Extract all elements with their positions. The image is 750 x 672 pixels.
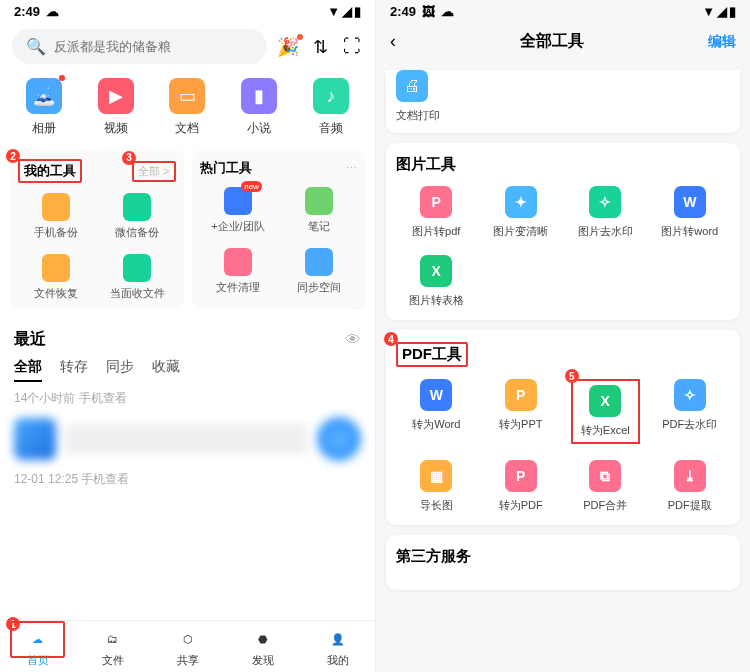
tool-icon xyxy=(224,248,252,276)
tool-label: 导长图 xyxy=(420,498,453,513)
discover-icon: ⬣ xyxy=(251,627,275,651)
category-video[interactable]: ▶ 视频 xyxy=(80,78,152,137)
tool-icon: ✧ xyxy=(589,186,621,218)
recent-meta-2: 12-01 12:25 手机查看 xyxy=(0,471,375,488)
category-label: 小说 xyxy=(247,120,271,137)
category-novel[interactable]: ▮ 小说 xyxy=(223,78,295,137)
bottom-nav: 1 ☁ 首页 🗂 文件 ⬡ 共享 ⬣ 发现 👤 我的 xyxy=(0,620,375,672)
tool-item[interactable]: 微信备份 xyxy=(99,193,176,240)
tool-label: 当面收文件 xyxy=(110,286,165,301)
tool-icon: X xyxy=(589,385,621,417)
transfer-icon[interactable]: ⇅ xyxy=(309,36,331,58)
doc-icon: ▭ xyxy=(169,78,205,114)
image-icon: 🖼 xyxy=(422,4,435,19)
tool-item[interactable]: new +企业/团队 xyxy=(200,187,277,234)
tab-收藏[interactable]: 收藏 xyxy=(152,358,180,382)
tool-label: PDF去水印 xyxy=(662,417,717,432)
nav-home[interactable]: 1 ☁ 首页 xyxy=(0,621,75,672)
tool-item[interactable]: ⤓ PDF提取 xyxy=(650,460,731,513)
category-label: 视频 xyxy=(104,120,128,137)
tool-icon: P xyxy=(420,186,452,218)
tool-item[interactable]: 手机备份 xyxy=(18,193,95,240)
signal-icon: ◢ xyxy=(342,4,352,19)
tool-item[interactable]: 笔记 xyxy=(280,187,357,234)
tool-item[interactable]: 5 X 转为Excel xyxy=(565,379,646,444)
edit-button[interactable]: 编辑 xyxy=(708,33,736,51)
category-doc[interactable]: ▭ 文档 xyxy=(152,78,224,137)
tool-item[interactable]: W 转为Word xyxy=(396,379,477,444)
nav-label: 发现 xyxy=(252,653,274,668)
tool-label: 图片变清晰 xyxy=(493,224,548,239)
recent-tabs: 全部转存同步收藏 xyxy=(0,358,375,390)
tool-item[interactable]: 当面收文件 xyxy=(99,254,176,301)
tool-item[interactable]: ✦ 图片变清晰 xyxy=(481,186,562,239)
tab-同步[interactable]: 同步 xyxy=(106,358,134,382)
tool-icon xyxy=(123,193,151,221)
nav-me[interactable]: 👤 我的 xyxy=(300,621,375,672)
category-photo[interactable]: 🗻 相册 xyxy=(8,78,80,137)
tab-全部[interactable]: 全部 xyxy=(14,358,42,382)
category-label: 音频 xyxy=(319,120,343,137)
category-audio[interactable]: ♪ 音频 xyxy=(295,78,367,137)
share-icon: ⬡ xyxy=(176,627,200,651)
tools-cards: 2 我的工具 3 全部 > 手机备份 微信备份 文件恢复 xyxy=(0,149,375,311)
tool-label: 图片去水印 xyxy=(578,224,633,239)
tool-icon: ⧉ xyxy=(589,460,621,492)
battery-icon: ▮ xyxy=(354,4,361,19)
tool-icon: ▦ xyxy=(420,460,452,492)
cloud-icon: ☁ xyxy=(46,4,59,19)
my-tools-more[interactable]: 全部 > xyxy=(132,161,175,182)
section-title: 4PDF工具 xyxy=(396,342,730,367)
nav-discover[interactable]: ⬣ 发现 xyxy=(225,621,300,672)
tool-item[interactable]: P 转为PDF xyxy=(481,460,562,513)
recent-item-blurred[interactable] xyxy=(0,407,375,471)
tool-item[interactable]: 同步空间 xyxy=(280,248,357,295)
tool-label: 转为Word xyxy=(412,417,460,432)
tool-icon: P xyxy=(505,379,537,411)
search-input[interactable] xyxy=(54,39,253,54)
nav-file[interactable]: 🗂 文件 xyxy=(75,621,150,672)
screen-all-tools: 2:49 🖼 ☁ ▼ ◢ ▮ ‹ 全部工具 编辑 🖨 文档打印 图片工具 P 图… xyxy=(375,0,750,672)
battery-icon: ▮ xyxy=(729,4,736,19)
doc-print-label: 文档打印 xyxy=(396,108,440,123)
tool-item[interactable]: P 转为PPT xyxy=(481,379,562,444)
tool-label: 图片转word xyxy=(661,224,718,239)
tool-label: 文件清理 xyxy=(216,280,260,295)
file-icon: 🗂 xyxy=(101,627,125,651)
video-icon: ▶ xyxy=(98,78,134,114)
tool-label: 笔记 xyxy=(308,219,330,234)
hot-tools-grid: new +企业/团队 笔记 文件清理 同步空间 xyxy=(200,187,358,295)
tool-label: PDF提取 xyxy=(668,498,712,513)
tool-item[interactable]: ✧ 图片去水印 xyxy=(565,186,646,239)
print-icon: 🖨 xyxy=(396,70,428,102)
hot-tools-title: 热门工具 xyxy=(200,159,252,177)
hot-tools-more[interactable]: ⋯ xyxy=(346,162,357,175)
scan-icon[interactable]: ⛶ xyxy=(341,36,363,58)
me-icon: 👤 xyxy=(326,627,350,651)
recent-title: 最近 xyxy=(14,329,46,350)
tool-item[interactable]: ⧉ PDF合并 xyxy=(565,460,646,513)
tool-label: 转为PPT xyxy=(499,417,542,432)
tool-icon: P xyxy=(505,460,537,492)
wifi-icon: ▼ xyxy=(327,4,340,19)
tool-icon xyxy=(42,193,70,221)
doc-print-item[interactable]: 🖨 文档打印 xyxy=(386,70,740,133)
search-box[interactable]: 🔍 xyxy=(12,29,267,64)
tool-item[interactable]: 文件清理 xyxy=(200,248,277,295)
nav-label: 文件 xyxy=(102,653,124,668)
tool-label: 同步空间 xyxy=(297,280,341,295)
tab-转存[interactable]: 转存 xyxy=(60,358,88,382)
status-bar: 2:49 ☁ ▼ ◢ ▮ xyxy=(0,0,375,21)
my-tools-title[interactable]: 我的工具 xyxy=(18,159,82,183)
tool-item[interactable]: 文件恢复 xyxy=(18,254,95,301)
wifi-icon: ▼ xyxy=(702,4,715,19)
tool-item[interactable]: X 图片转表格 xyxy=(396,255,477,308)
promo-icon[interactable]: 🎉 xyxy=(277,36,299,58)
tool-item[interactable]: P 图片转pdf xyxy=(396,186,477,239)
nav-share[interactable]: ⬡ 共享 xyxy=(150,621,225,672)
section-grid: W 转为WordP 转为PPT 5 X 转为Excel ✧ PDF去水印▦ 导长… xyxy=(396,379,730,513)
tool-item[interactable]: ✧ PDF去水印 xyxy=(650,379,731,444)
eye-icon[interactable]: 👁 xyxy=(345,331,361,349)
tool-item[interactable]: W 图片转word xyxy=(650,186,731,239)
tool-item[interactable]: ▦ 导长图 xyxy=(396,460,477,513)
